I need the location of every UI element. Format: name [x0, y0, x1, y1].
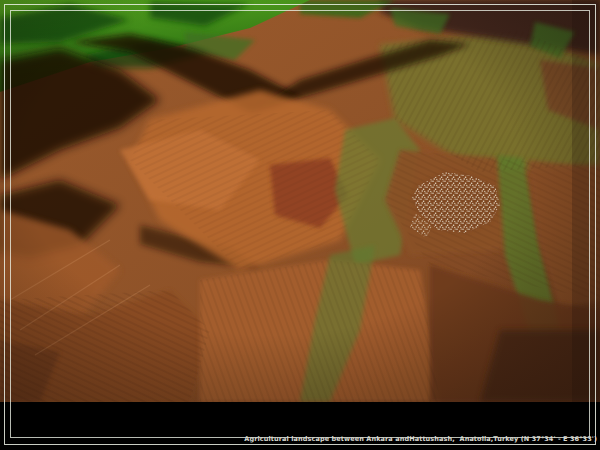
vignette — [0, 0, 600, 402]
aerial-photo-art — [0, 0, 600, 402]
caption-title: Agricultural landscape between Ankara an… — [244, 436, 597, 443]
caption: Agricultural landscape between Ankara an… — [244, 398, 597, 450]
wallpaper-stage: Agricultural landscape between Ankara an… — [0, 0, 600, 450]
aerial-photo — [0, 0, 600, 402]
